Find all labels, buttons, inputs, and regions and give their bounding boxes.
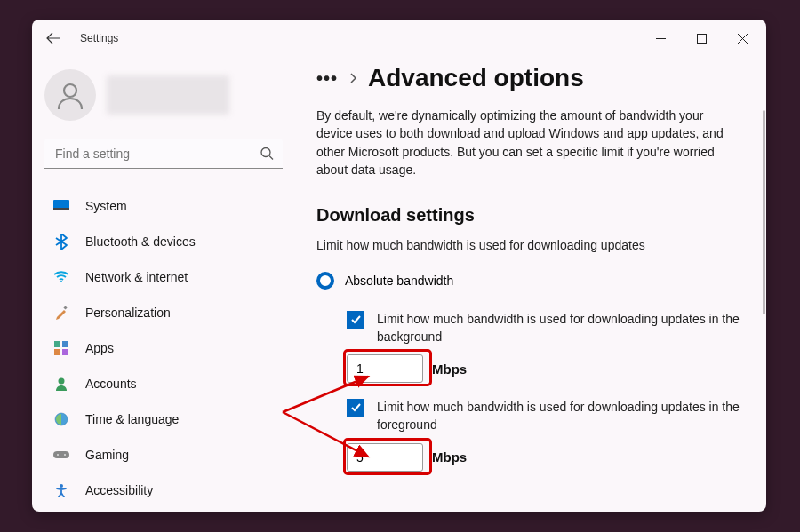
download-settings-desc: Limit how much bandwidth is used for dow…: [316, 238, 757, 252]
sidebar-item-personalization[interactable]: Personalization: [44, 295, 297, 330]
svg-point-5: [60, 281, 62, 282]
bluetooth-icon: [53, 234, 69, 250]
radio-selected-icon: [316, 272, 334, 290]
nav-label: System: [85, 199, 127, 213]
search-input[interactable]: [44, 139, 283, 169]
user-info-redacted: [107, 75, 229, 115]
sidebar-item-apps[interactable]: Apps: [44, 330, 297, 366]
absolute-bandwidth-radio-row[interactable]: Absolute bandwidth: [316, 272, 757, 290]
unit-label: Mbps: [432, 361, 467, 377]
profile-section[interactable]: [44, 66, 297, 133]
svg-rect-9: [54, 349, 60, 355]
sidebar-item-gaming[interactable]: Gaming: [44, 437, 297, 472]
sidebar-item-accessibility[interactable]: Accessibility: [44, 472, 297, 508]
search-box[interactable]: [44, 139, 283, 169]
check-label: Limit how much bandwidth is used for dow…: [377, 399, 750, 433]
nav-label: Accounts: [85, 377, 137, 391]
avatar: [44, 69, 96, 121]
sidebar-item-system[interactable]: System: [44, 188, 297, 224]
content-area: ••• Advanced options By default, we're d…: [297, 57, 766, 512]
svg-rect-8: [62, 341, 68, 347]
personalization-icon: [53, 305, 69, 321]
check-label: Limit how much bandwidth is used for dow…: [377, 311, 750, 345]
maximize-button[interactable]: [681, 24, 722, 52]
foreground-bandwidth-input[interactable]: [347, 443, 423, 472]
download-settings-section: Download settings Limit how much bandwid…: [316, 205, 757, 471]
sidebar-item-network[interactable]: Network & internet: [44, 259, 297, 295]
chevron-right-icon: [348, 73, 357, 83]
nav-label: Accessibility: [85, 483, 153, 497]
svg-rect-6: [63, 306, 67, 309]
title-bar: Settings: [32, 20, 766, 57]
apps-icon: [53, 340, 69, 356]
download-settings-title: Download settings: [316, 205, 757, 226]
nav-label: Apps: [85, 341, 114, 355]
nav-label: Gaming: [85, 448, 129, 462]
radio-label: Absolute bandwidth: [345, 274, 453, 288]
person-icon: [55, 80, 85, 110]
nav-list: System Bluetooth & devices Network & int…: [44, 188, 297, 508]
accessibility-icon: [53, 482, 69, 498]
back-button[interactable]: [43, 28, 64, 49]
close-icon: [738, 34, 748, 44]
wifi-icon: [53, 269, 69, 285]
background-bandwidth-input[interactable]: [347, 354, 423, 383]
sidebar-item-time[interactable]: Time & language: [44, 401, 297, 437]
svg-point-17: [60, 484, 63, 488]
close-button[interactable]: [722, 24, 763, 52]
checkbox-checked-icon: [347, 311, 364, 329]
settings-window: Settings: [32, 20, 766, 512]
svg-point-11: [59, 378, 65, 385]
gaming-icon: [53, 447, 69, 463]
svg-point-16: [64, 454, 66, 456]
unit-label: Mbps: [432, 449, 467, 465]
sidebar-item-bluetooth[interactable]: Bluetooth & devices: [44, 224, 297, 259]
svg-rect-14: [53, 451, 69, 458]
svg-point-1: [64, 84, 76, 97]
arrow-left-icon: [46, 31, 60, 45]
nav-label: Network & internet: [85, 270, 188, 284]
maximize-icon: [697, 34, 707, 44]
scrollbar[interactable]: [763, 110, 765, 314]
breadcrumb-more-icon[interactable]: •••: [316, 69, 338, 87]
foreground-limit-checkbox-row[interactable]: Limit how much bandwidth is used for dow…: [347, 399, 757, 433]
svg-rect-10: [62, 349, 68, 355]
minimize-button[interactable]: [640, 24, 681, 52]
breadcrumb: ••• Advanced options: [316, 64, 757, 92]
page-title: Advanced options: [368, 64, 584, 92]
page-subtitle: By default, we're dynamically optimizing…: [316, 107, 725, 179]
accounts-icon: [53, 376, 69, 392]
nav-label: Bluetooth & devices: [85, 234, 196, 249]
time-icon: [53, 411, 69, 427]
minimize-icon: [656, 34, 666, 44]
checkbox-checked-icon: [347, 399, 364, 417]
background-limit-checkbox-row[interactable]: Limit how much bandwidth is used for dow…: [347, 311, 757, 345]
nav-label: Time & language: [85, 412, 179, 426]
svg-rect-4: [53, 208, 69, 210]
nav-label: Personalization: [85, 306, 171, 320]
sidebar-item-accounts[interactable]: Accounts: [44, 366, 297, 401]
svg-rect-7: [54, 341, 60, 347]
sidebar: System Bluetooth & devices Network & int…: [32, 57, 297, 512]
system-icon: [53, 198, 69, 214]
svg-point-15: [57, 454, 59, 456]
app-title: Settings: [80, 32, 118, 44]
svg-rect-0: [697, 34, 706, 43]
